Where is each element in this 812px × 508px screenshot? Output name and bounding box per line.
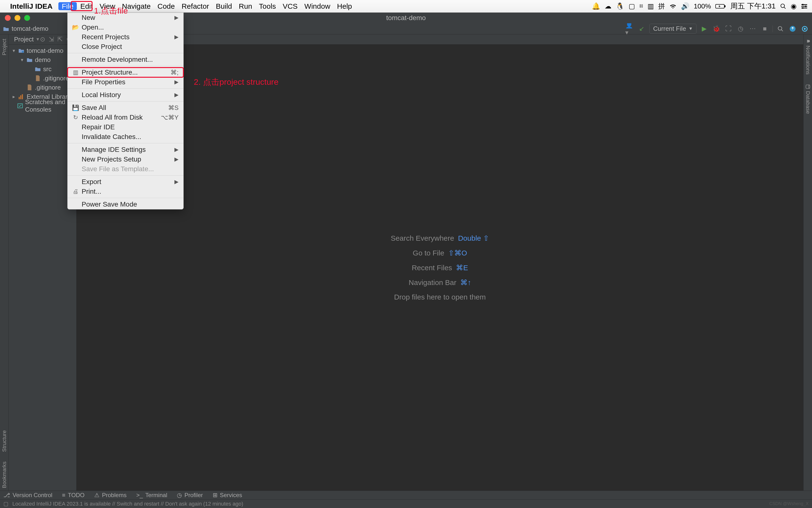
bottom-tool-services[interactable]: ⊞Services — [213, 492, 242, 499]
siri-icon[interactable]: ◉ — [791, 2, 797, 10]
menubar-item-navigate[interactable]: Navigate — [119, 2, 154, 10]
battery-text: 100% — [694, 2, 711, 10]
editor-hint: Go to File⇧⌘O — [413, 249, 467, 257]
tree-row[interactable]: src — [9, 65, 76, 74]
screen-mirror-icon[interactable]: ▢ — [628, 2, 635, 10]
menu-item-project-structure[interactable]: ▥Project Structure...⌘; — [68, 68, 184, 77]
stop-button[interactable]: ■ — [760, 25, 769, 33]
control-center-icon[interactable] — [801, 3, 808, 9]
bottom-tool-profiler[interactable]: ◷Profiler — [177, 492, 203, 499]
breadcrumb[interactable]: tomcat-demo — [3, 25, 48, 33]
menu-item-file-properties[interactable]: File Properties▶ — [68, 77, 184, 87]
tree-row[interactable]: .gitignore — [9, 74, 76, 83]
vcs-update-icon[interactable]: ↙ — [637, 25, 646, 33]
zoom-window-button[interactable] — [24, 15, 30, 21]
volume-icon[interactable]: 🔊 — [681, 2, 689, 10]
svg-point-8 — [805, 6, 806, 7]
battery-icon[interactable] — [715, 4, 726, 9]
run-button[interactable]: ▶ — [700, 25, 708, 33]
input-method-icon[interactable]: 拼 — [658, 2, 665, 11]
editor-hint: Recent Files⌘E — [412, 263, 468, 272]
menu-item-reload-all-from-disk[interactable]: ↻Reload All from Disk⌥⌘Y — [68, 113, 184, 122]
ide-updates-button[interactable] — [788, 25, 797, 33]
bookmarks-toolwindow-tab[interactable]: Bookmarks — [0, 459, 8, 491]
editor-hint: Search EverywhereDouble ⇧ — [391, 234, 489, 242]
svg-point-10 — [778, 27, 782, 30]
close-window-button[interactable] — [5, 15, 11, 21]
profile-button[interactable]: ◷ — [736, 25, 745, 33]
menu-item-export[interactable]: Export▶ — [68, 177, 184, 187]
debug-button[interactable]: 🐞 — [712, 25, 721, 33]
spotlight-icon[interactable] — [780, 3, 786, 9]
add-user-icon[interactable]: 👤▾ — [625, 25, 634, 33]
menu-item-power-save-mode[interactable]: Power Save Mode — [68, 200, 184, 209]
menubar-item-build[interactable]: Build — [212, 2, 236, 10]
svg-rect-1 — [725, 5, 726, 7]
project-toolwindow-tab[interactable]: Project — [0, 36, 8, 58]
run-configuration-selector[interactable]: Current File▼ — [649, 24, 696, 34]
wechat-tray-icon[interactable]: ☁ — [605, 2, 611, 10]
menubar-item-view[interactable]: View — [96, 2, 118, 10]
menu-item-local-history[interactable]: Local History▶ — [68, 90, 184, 100]
bottom-tool-todo[interactable]: ≡TODO — [62, 492, 85, 499]
bottom-tool-terminal[interactable]: >_Terminal — [136, 492, 167, 499]
tree-row[interactable]: ▾demo — [9, 55, 76, 65]
menu-item-close-project[interactable]: Close Project — [68, 42, 184, 52]
status-message[interactable]: Localized IntelliJ IDEA 2023.1 is availa… — [12, 501, 243, 507]
mac-menubar: IntelliJ IDEA FileEditViewNavigateCodeRe… — [0, 0, 812, 12]
select-opened-file-icon[interactable]: ⊙ — [40, 36, 45, 43]
menu-item-new[interactable]: New▶ — [68, 13, 184, 23]
expand-all-icon[interactable]: ⇲ — [49, 36, 54, 43]
bluetooth-icon[interactable]: ⌗ — [639, 2, 643, 10]
menubar-item-run[interactable]: Run — [236, 2, 255, 10]
menu-item-save-file-as-template: Save File as Template... — [68, 164, 184, 174]
tree-row[interactable]: .gitignore — [9, 83, 76, 92]
bottom-tool-stripe: ⎇Version Control≡TODO⚠Problems>_Terminal… — [0, 491, 812, 499]
svg-rect-15 — [22, 51, 24, 53]
ide-settings-button[interactable] — [800, 25, 809, 33]
menu-item-recent-projects[interactable]: Recent Projects▶ — [68, 32, 184, 42]
project-tool-window: Project ▼ ⊙ ⇲ ⇱ ⚙ — ▾tomcat-demo▾demosrc… — [9, 34, 77, 491]
search-everywhere-button[interactable] — [776, 25, 785, 33]
menu-item-new-projects-setup[interactable]: New Projects Setup▶ — [68, 155, 184, 164]
notification-tray-icon[interactable]: 🔔 — [592, 2, 600, 10]
menubar-item-tools[interactable]: Tools — [255, 2, 279, 10]
menubar-item-help[interactable]: Help — [333, 2, 355, 10]
battery-widget-icon[interactable]: ▥ — [648, 2, 654, 10]
menu-item-save-all[interactable]: 💾Save All⌘S — [68, 103, 184, 113]
editor-empty-state: Search EverywhereDouble ⇧Go to File⇧⌘ORe… — [77, 45, 803, 491]
status-bar-widget-icon[interactable]: ▢ — [3, 501, 8, 507]
attach-button[interactable]: ⋯ — [748, 25, 757, 33]
project-view-title[interactable]: Project — [14, 36, 34, 43]
editor-area: demo Search EverywhereDouble ⇧Go to File… — [77, 34, 803, 491]
database-toolwindow-tab[interactable]: Database — [804, 82, 812, 116]
left-tool-stripe: Project Structure Bookmarks — [0, 34, 9, 491]
tree-row[interactable]: Scratches and Consoles — [9, 101, 76, 111]
wifi-icon[interactable] — [669, 4, 677, 9]
menu-item-open[interactable]: 📂Open... — [68, 23, 184, 32]
svg-rect-16 — [18, 97, 19, 99]
file-menu-dropdown: New▶📂Open...Recent Projects▶Close Projec… — [67, 12, 184, 209]
notifications-toolwindow-tab[interactable]: Notifications — [804, 36, 812, 77]
mac-tray: 🔔 ☁ 🐧 ▢ ⌗ ▥ 拼 🔊 100% 周五 下午1:31 ◉ — [592, 1, 808, 11]
menu-item-print[interactable]: 🖨Print... — [68, 187, 184, 196]
coverage-button[interactable]: ⛶ — [724, 25, 733, 33]
menubar-item-refactor[interactable]: Refactor — [178, 2, 212, 10]
menubar-item-code[interactable]: Code — [154, 2, 178, 10]
structure-toolwindow-tab[interactable]: Structure — [0, 428, 8, 454]
tree-row[interactable]: ▾tomcat-demo — [9, 46, 76, 55]
bottom-tool-version-control[interactable]: ⎇Version Control — [3, 492, 52, 499]
qq-tray-icon[interactable]: 🐧 — [616, 2, 624, 10]
menu-item-repair-ide[interactable]: Repair IDE — [68, 122, 184, 132]
menubar-item-vcs[interactable]: VCS — [279, 2, 301, 10]
menu-item-remote-development[interactable]: Remote Development... — [68, 55, 184, 65]
menubar-item-file[interactable]: File — [58, 2, 77, 10]
collapse-all-icon[interactable]: ⇱ — [57, 36, 63, 43]
minimize-window-button[interactable] — [14, 15, 21, 21]
bottom-tool-problems[interactable]: ⚠Problems — [94, 492, 126, 499]
menubar-item-window[interactable]: Window — [301, 2, 334, 10]
clock[interactable]: 周五 下午1:31 — [730, 1, 776, 11]
menubar-item-edit[interactable]: Edit — [77, 2, 96, 10]
menu-item-manage-ide-settings[interactable]: Manage IDE Settings▶ — [68, 145, 184, 155]
menu-item-invalidate-caches[interactable]: Invalidate Caches... — [68, 132, 184, 142]
